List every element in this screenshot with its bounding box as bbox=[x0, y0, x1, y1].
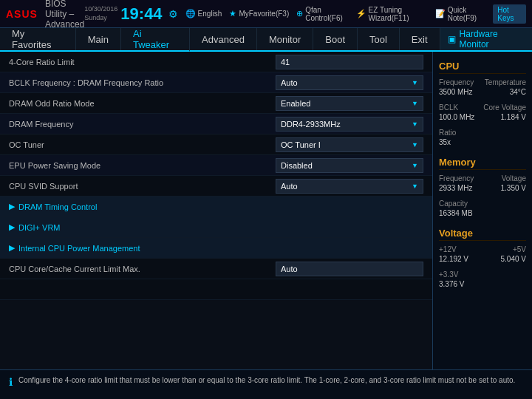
hw-v12-val-row: 12.192 V 5.040 V bbox=[439, 255, 526, 263]
hw-v12-value: 12.192 V bbox=[439, 255, 468, 263]
hw-mem-volt-value: 1.350 V bbox=[501, 184, 526, 192]
setting-oc-tuner-label: OC Tuner bbox=[9, 137, 276, 153]
time-display: 19:44 bbox=[120, 4, 162, 24]
setting-internal-cpu-label: Internal CPU Power Management bbox=[18, 244, 140, 253]
setting-dram-odd-ratio-value: Enabled bbox=[281, 99, 310, 108]
hw-bclk-val-row: 100.0 MHz 1.184 V bbox=[439, 113, 526, 121]
hw-mem-freq-val-row: 2933 MHz 1.350 V bbox=[439, 184, 526, 192]
setting-digi-vrm-header[interactable]: ▶ DIGI+ VRM bbox=[0, 217, 432, 238]
hw-ratio-val-row: 35x bbox=[439, 138, 526, 146]
hw-v5-value: 5.040 V bbox=[501, 255, 526, 263]
ez-tuning-label: EZ Tuning Wizard(F11) bbox=[369, 6, 428, 22]
hw-cpu-section-title: CPU bbox=[439, 61, 526, 74]
setting-bclk-dram-label: BCLK Frequency : DRAM Frequency Ratio bbox=[9, 75, 276, 91]
setting-cpu-svid-dropdown[interactable]: Auto ▼ bbox=[276, 179, 423, 194]
setting-cpu-svid-label: CPU SVID Support bbox=[9, 178, 276, 194]
dropdown-arrow-icon: ▼ bbox=[412, 79, 418, 86]
hw-core-volt-value: 1.184 V bbox=[501, 113, 526, 121]
dropdown-arrow-icon4: ▼ bbox=[412, 141, 418, 149]
hw-cpu-temp-value: 34°C bbox=[510, 88, 526, 96]
setting-epu-power-label: EPU Power Saving Mode bbox=[9, 157, 276, 174]
setting-dram-timing-header[interactable]: ▶ DRAM Timing Control bbox=[0, 197, 432, 217]
setting-internal-cpu-header[interactable]: ▶ Internal CPU Power Management bbox=[0, 238, 432, 259]
hw-v12-label: +12V bbox=[439, 245, 457, 253]
hw-cpu-freq-value: 3500 MHz bbox=[439, 88, 473, 96]
nav-monitor[interactable]: Monitor bbox=[257, 28, 313, 50]
qfan-label: Qfan Control(F6) bbox=[305, 6, 348, 22]
setting-cpu-core-limit-value[interactable]: Auto bbox=[276, 262, 423, 276]
setting-cpu-svid: CPU SVID Support Auto ▼ bbox=[0, 176, 432, 197]
setting-cpu-svid-value: Auto bbox=[281, 182, 298, 191]
chevron-right-icon: ▶ bbox=[9, 202, 15, 211]
setting-4core-ratio: 4-Core Ratio Limit 41 bbox=[0, 52, 432, 72]
dropdown-arrow-icon3: ▼ bbox=[412, 120, 418, 128]
chevron-right-icon3: ▶ bbox=[9, 243, 15, 253]
hw-monitor-tab-label: Hardware Monitor bbox=[460, 29, 525, 50]
hw-core-volt-label: Core Voltage bbox=[483, 103, 526, 112]
hw-cpu-temp-label: Temperature bbox=[485, 78, 526, 86]
hw-cpu-freq-row: Frequency Temperature bbox=[439, 78, 526, 86]
nav-bar: My Favorites Main Ai Tweaker Advanced Mo… bbox=[0, 28, 532, 52]
hw-monitor-panel: CPU Frequency Temperature 3500 MHz 34°C … bbox=[433, 52, 532, 369]
setting-digi-vrm-label: DIGI+ VRM bbox=[18, 223, 61, 232]
setting-dram-freq-dropdown[interactable]: DDR4-2933MHz ▼ bbox=[276, 117, 423, 132]
hw-bclk-value: 100.0 MHz bbox=[439, 113, 474, 121]
note-icon: 📝 bbox=[435, 9, 446, 18]
hw-bclk-label: BCLK bbox=[439, 103, 458, 112]
hw-mem-volt-label: Voltage bbox=[502, 174, 526, 183]
info-icon: ℹ bbox=[9, 376, 13, 388]
quick-note-btn[interactable]: 📝 Quick Note(F9) bbox=[435, 6, 485, 22]
hw-mem-freq-label: Frequency bbox=[439, 174, 474, 183]
fan-icon: ⊕ bbox=[296, 9, 303, 18]
hw-cpu-freq-val-row: 3500 MHz 34°C bbox=[439, 88, 526, 96]
hw-ratio-value: 35x bbox=[439, 138, 451, 146]
setting-cpu-core-limit-label: CPU Core/Cache Current Limit Max. bbox=[9, 261, 276, 277]
nav-ai-tweaker[interactable]: Ai Tweaker bbox=[121, 28, 190, 52]
setting-epu-power: EPU Power Saving Mode Disabled ▼ bbox=[0, 155, 432, 176]
hw-voltage-section-title: Voltage bbox=[439, 228, 526, 241]
hw-v12-row: +12V +5V bbox=[439, 245, 526, 253]
qfan-btn[interactable]: ⊕ Qfan Control(F6) bbox=[296, 6, 348, 22]
setting-oc-tuner-value: OC Tuner I bbox=[281, 140, 321, 149]
setting-oc-tuner: OC Tuner OC Tuner I ▼ bbox=[0, 134, 432, 155]
nav-boot[interactable]: Boot bbox=[313, 28, 358, 50]
chevron-right-icon2: ▶ bbox=[9, 222, 15, 232]
hw-v5-label: +5V bbox=[513, 245, 526, 253]
setting-epu-power-value: Disabled bbox=[281, 161, 313, 170]
top-bar: ASUS UEFI BIOS Utility – Advanced Mode 1… bbox=[0, 0, 532, 28]
hw-v33-value: 3.376 V bbox=[439, 280, 464, 288]
language-selector[interactable]: 🌐 English bbox=[185, 9, 222, 18]
ez-tuning-btn[interactable]: ⚡ EZ Tuning Wizard(F11) bbox=[356, 6, 428, 22]
hw-bclk-row: BCLK Core Voltage bbox=[439, 103, 526, 112]
setting-oc-tuner-dropdown[interactable]: OC Tuner I ▼ bbox=[276, 137, 423, 152]
myfavorite-label: MyFavorite(F3) bbox=[239, 10, 289, 18]
setting-dram-odd-ratio: DRAM Odd Ratio Mode Enabled ▼ bbox=[0, 93, 432, 114]
setting-dram-freq: DRAM Frequency DDR4-2933MHz ▼ bbox=[0, 114, 432, 134]
setting-bclk-dram-dropdown[interactable]: Auto ▼ bbox=[276, 75, 423, 90]
hot-keys-btn[interactable]: Hot Keys bbox=[493, 4, 526, 24]
nav-main[interactable]: Main bbox=[76, 28, 121, 50]
hw-memory-section-title: Memory bbox=[439, 157, 526, 170]
hw-monitor-tab[interactable]: ▣ Hardware Monitor bbox=[440, 28, 532, 50]
hw-ratio-label: Ratio bbox=[439, 129, 456, 137]
setting-dram-odd-ratio-dropdown[interactable]: Enabled ▼ bbox=[276, 96, 423, 111]
nav-exit[interactable]: Exit bbox=[400, 28, 440, 50]
setting-empty bbox=[0, 279, 432, 300]
setting-dram-freq-label: DRAM Frequency bbox=[9, 116, 276, 132]
time-settings-icon[interactable]: ⚙ bbox=[168, 8, 178, 20]
nav-tool[interactable]: Tool bbox=[358, 28, 400, 50]
setting-bclk-dram: BCLK Frequency : DRAM Frequency Ratio Au… bbox=[0, 72, 432, 93]
tuning-icon: ⚡ bbox=[356, 9, 366, 18]
setting-epu-power-dropdown[interactable]: Disabled ▼ bbox=[276, 158, 423, 173]
monitor-icon: ▣ bbox=[448, 34, 456, 44]
quick-note-label: Quick Note(F9) bbox=[448, 6, 485, 22]
main-layout: 4-Core Ratio Limit 41 BCLK Frequency : D… bbox=[0, 52, 532, 369]
setting-4core-ratio-value[interactable]: 41 bbox=[276, 55, 423, 69]
nav-advanced[interactable]: Advanced bbox=[190, 28, 257, 50]
hw-mem-cap-val-row: 16384 MB bbox=[439, 209, 526, 217]
nav-my-favorites[interactable]: My Favorites bbox=[0, 28, 76, 50]
hw-mem-freq-row: Frequency Voltage bbox=[439, 174, 526, 183]
myfavorite-btn[interactable]: ★ MyFavorite(F3) bbox=[229, 9, 289, 18]
setting-dram-freq-value: DDR4-2933MHz bbox=[281, 120, 341, 129]
info-text: Configure the 4-core ratio limit that mu… bbox=[18, 375, 523, 386]
